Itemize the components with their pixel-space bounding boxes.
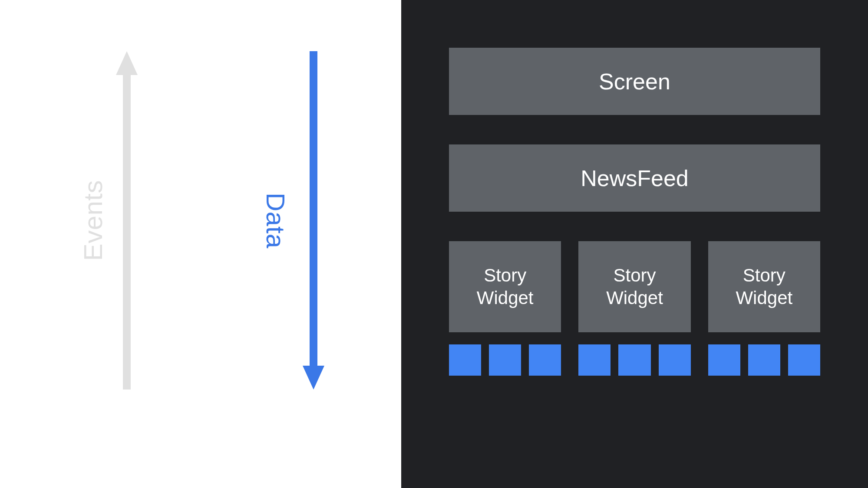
data-arrow-group: Data	[261, 51, 324, 390]
diagram-stage: Events Data Screen NewsFeed Story Widg	[0, 0, 868, 488]
blue-block-row	[449, 344, 820, 376]
right-panel: Screen NewsFeed Story Widget Story Widge…	[401, 0, 868, 488]
blue-cluster	[578, 344, 690, 376]
left-panel: Events Data	[0, 0, 401, 488]
screen-box: Screen	[449, 48, 820, 115]
story-widget-box: Story Widget	[578, 241, 690, 332]
svg-marker-0	[116, 51, 138, 390]
blue-block	[489, 344, 521, 376]
story-widget-label: Story Widget	[477, 264, 534, 310]
story-widget-box: Story Widget	[708, 241, 820, 332]
blue-block	[659, 344, 691, 376]
blue-block	[748, 344, 780, 376]
newsfeed-box: NewsFeed	[449, 144, 820, 212]
story-widget-label: Story Widget	[736, 264, 792, 310]
screen-box-label: Screen	[599, 69, 670, 95]
story-widget-label: Story Widget	[606, 264, 663, 310]
blue-block	[788, 344, 820, 376]
events-arrow-group: Events	[78, 51, 138, 390]
blue-cluster	[708, 344, 820, 376]
newsfeed-box-label: NewsFeed	[581, 165, 689, 191]
blue-block	[449, 344, 481, 376]
events-label: Events	[78, 180, 108, 261]
arrow-up-icon	[116, 51, 138, 390]
blue-block	[529, 344, 561, 376]
hierarchy-column: Screen NewsFeed Story Widget Story Widge…	[449, 48, 820, 376]
blue-block	[578, 344, 611, 376]
blue-cluster	[449, 344, 561, 376]
data-label: Data	[261, 193, 290, 249]
svg-marker-1	[303, 51, 324, 390]
arrow-down-icon	[303, 51, 324, 390]
blue-block	[708, 344, 740, 376]
blue-block	[618, 344, 650, 376]
story-widget-row: Story Widget Story Widget Story Widget	[449, 241, 820, 332]
story-widget-box: Story Widget	[449, 241, 561, 332]
